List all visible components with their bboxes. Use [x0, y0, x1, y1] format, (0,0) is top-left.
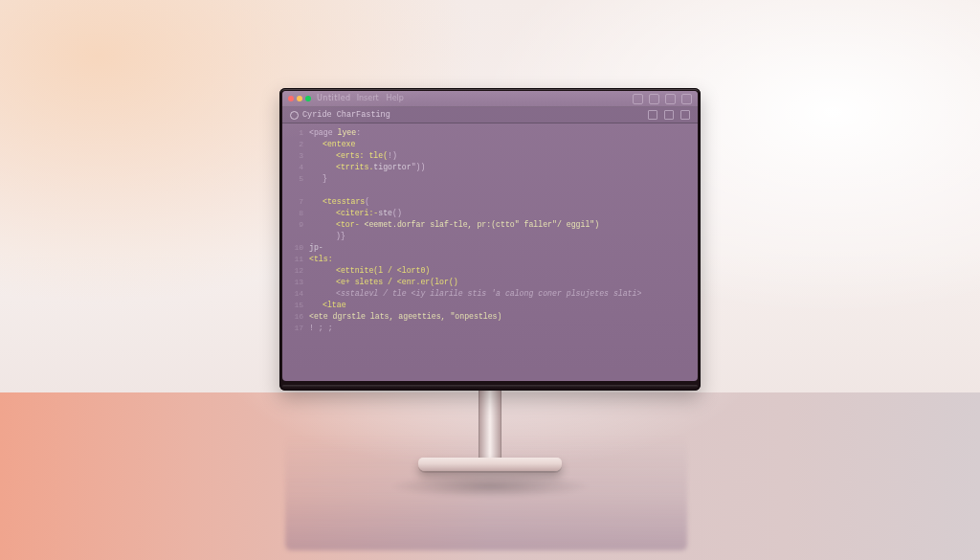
code-token: jp- — [309, 243, 323, 252]
monitor-neck — [479, 391, 501, 459]
code-editor-window: Untitled Insert Help — [282, 91, 698, 381]
code-line[interactable]: <ete dgrstle lats, ageetties, "onpestles… — [309, 311, 641, 323]
line-number: 16 — [282, 311, 303, 323]
code-line[interactable]: <entexe — [309, 139, 641, 150]
code-line[interactable]: <page lyee: — [309, 127, 641, 139]
action-icon[interactable] — [649, 94, 659, 104]
code-token: <tesstars — [323, 197, 365, 206]
code-area[interactable]: 123457891011121314151617 <page lyee:<ent… — [282, 123, 698, 340]
code-token: ! ; ; — [309, 324, 333, 332]
code-token: <entexe — [323, 140, 355, 148]
line-number: 2 — [282, 139, 303, 150]
hamburger-icon[interactable] — [681, 94, 692, 104]
code-token: : — [356, 128, 361, 137]
code-token: ")) — [412, 163, 426, 171]
code-line[interactable]: )} — [309, 231, 641, 242]
code-token: tigortor — [373, 163, 411, 171]
code-line[interactable]: <sstalevl / tle <iy ilarile stis 'a calo… — [309, 288, 641, 300]
file-status-icon — [290, 111, 299, 120]
code-token: <trrits. — [336, 163, 373, 171]
traffic-lights[interactable] — [288, 96, 311, 101]
line-number — [282, 185, 303, 196]
code-line[interactable]: <e+ sletes / <enr.er(lor() — [309, 277, 641, 288]
code-line[interactable]: <tls: — [309, 254, 641, 265]
code-token: <tor- — [336, 220, 364, 229]
code-token: <ettnite(l / <lort0) — [336, 266, 430, 275]
line-number — [282, 231, 303, 242]
code-token: <erts: tle( — [336, 151, 388, 160]
monitor-bezel: Untitled Insert Help — [279, 88, 701, 391]
code-token: <sstalevl / tle <iy ilarile stis 'a calo… — [336, 289, 641, 298]
code-token: <e+ sletes / <enr.er(lor() — [336, 278, 458, 286]
code-token: )} — [336, 232, 345, 240]
code-line[interactable]: <ettnite(l / <lort0) — [309, 265, 641, 277]
tab-filename: Cyride CharFasting — [302, 109, 390, 121]
code-line[interactable]: ! ; ; — [309, 323, 641, 334]
tab-actions[interactable] — [648, 110, 690, 120]
monitor-base — [418, 458, 562, 471]
scene-backdrop: Untitled Insert Help — [0, 0, 980, 560]
line-number: 5 — [282, 173, 303, 185]
line-number: 4 — [282, 162, 303, 173]
code-token: !) — [388, 151, 397, 160]
line-number: 8 — [282, 208, 303, 219]
panel-icon[interactable] — [664, 110, 674, 120]
code-token: } — [323, 174, 327, 183]
code-token: ( — [365, 197, 369, 206]
line-number: 12 — [282, 265, 303, 277]
action-icon[interactable] — [633, 94, 643, 104]
window-title: Untitled — [317, 93, 351, 104]
line-number: 1 — [282, 127, 303, 139]
code-line[interactable]: <erts: tle(!) — [309, 150, 641, 162]
line-number: 15 — [282, 300, 303, 311]
code-line[interactable]: <ltae — [309, 300, 641, 311]
panel-icon[interactable] — [648, 110, 657, 120]
code-token: <eemet.dorfar slaf-tle, pr:(ctto" faller… — [364, 220, 599, 229]
window-titlebar[interactable]: Untitled Insert Help — [282, 91, 698, 107]
code-line[interactable]: <citeri:-ste() — [309, 208, 641, 219]
window-actions[interactable] — [633, 94, 692, 104]
line-number: 3 — [282, 150, 303, 162]
code-token: () — [392, 209, 402, 217]
minimize-icon[interactable] — [297, 96, 302, 101]
code-line[interactable]: } — [309, 173, 641, 185]
code-lines[interactable]: <page lyee:<entexe<erts: tle(!)<trrits.t… — [309, 127, 649, 334]
code-line[interactable]: <tor- <eemet.dorfar slaf-tle, pr:(ctto" … — [309, 219, 641, 231]
line-number: 17 — [282, 323, 303, 334]
code-line[interactable]: <trrits.tigortor")) — [309, 162, 641, 173]
close-icon[interactable] — [288, 96, 294, 101]
code-token: <citeri:- — [336, 209, 378, 217]
window-menu[interactable]: Insert Help — [357, 93, 404, 104]
code-token: <ete dgrstle lats, ageetties, "onpestles… — [309, 312, 501, 321]
code-token: ste — [378, 209, 392, 217]
active-tab[interactable]: Cyride CharFasting — [290, 109, 390, 121]
code-token: <tls: — [309, 255, 333, 263]
line-number: 13 — [282, 277, 303, 288]
editor-tabbar[interactable]: Cyride CharFasting — [282, 107, 698, 123]
action-icon[interactable] — [665, 94, 676, 104]
code-line[interactable] — [309, 185, 641, 196]
code-token: <page — [309, 128, 337, 137]
menu-insert[interactable]: Insert — [357, 93, 379, 104]
line-number: 11 — [282, 254, 303, 265]
code-token: lyee — [337, 128, 356, 137]
line-number: 9 — [282, 219, 303, 231]
line-number: 14 — [282, 288, 303, 300]
code-token: <ltae — [323, 301, 346, 309]
code-line[interactable]: <tesstars( — [309, 196, 641, 208]
line-number-gutter: 123457891011121314151617 — [282, 127, 309, 334]
menu-help[interactable]: Help — [387, 93, 404, 104]
monitor: Untitled Insert Help — [279, 88, 701, 471]
line-number: 7 — [282, 196, 303, 208]
panel-icon[interactable] — [680, 110, 690, 120]
code-line[interactable]: jp- — [309, 242, 641, 254]
zoom-icon[interactable] — [305, 96, 311, 101]
line-number: 10 — [282, 242, 303, 254]
